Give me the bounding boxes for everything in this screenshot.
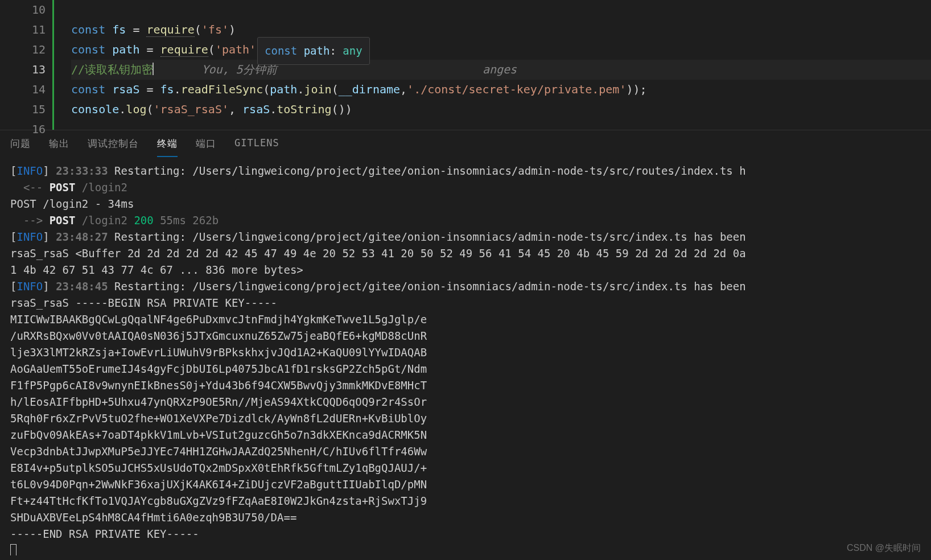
code-line-15[interactable]: console.log('rsaS_rsaS', rsaS.toString()… (71, 100, 931, 120)
code-line-16[interactable] (71, 120, 931, 139)
line-number: 15 (0, 100, 46, 120)
code-line-10[interactable] (71, 0, 931, 20)
tab-debug-console[interactable]: 调试控制台 (88, 137, 139, 157)
watermark: CSDN @失眠时间 (847, 542, 921, 554)
tab-problems[interactable]: 问题 (10, 137, 31, 157)
text-cursor (153, 63, 154, 75)
terminal-output[interactable]: [INFO] 23:33:33 Restarting: /Users/lingw… (0, 157, 931, 555)
code-line-11[interactable]: const fs = require('fs') (71, 20, 931, 40)
tab-terminal[interactable]: 终端 (157, 137, 178, 157)
line-number: 10 (0, 0, 46, 20)
tab-ports[interactable]: 端口 (196, 137, 216, 157)
tab-gitlens[interactable]: GITLENS (234, 137, 279, 157)
line-gutter: 10 11 12 13 14 15 16 (0, 0, 52, 130)
code-content[interactable]: const fs = require('fs') const path = re… (54, 0, 931, 130)
line-number: 16 (0, 120, 46, 139)
line-number: 14 (0, 80, 46, 100)
code-line-13[interactable]: //读取私钥加密 You, 5分钟前 anges (71, 60, 931, 80)
rsa-key-output: rsaS_rsaS -----BEGIN RSA PRIVATE KEY----… (10, 297, 427, 540)
hover-tooltip: const path: any (257, 37, 370, 65)
editor-area: 10 11 12 13 14 15 16 const fs = require(… (0, 0, 931, 130)
code-line-14[interactable]: const rsaS = fs.readFileSync(path.join(_… (71, 80, 931, 100)
terminal-cursor (10, 544, 17, 555)
line-number: 12 (0, 40, 46, 60)
tab-output[interactable]: 输出 (49, 137, 69, 157)
line-number: 11 (0, 20, 46, 40)
line-number-active: 13 (0, 60, 46, 80)
code-line-12[interactable]: const path = require('path') (71, 40, 931, 60)
